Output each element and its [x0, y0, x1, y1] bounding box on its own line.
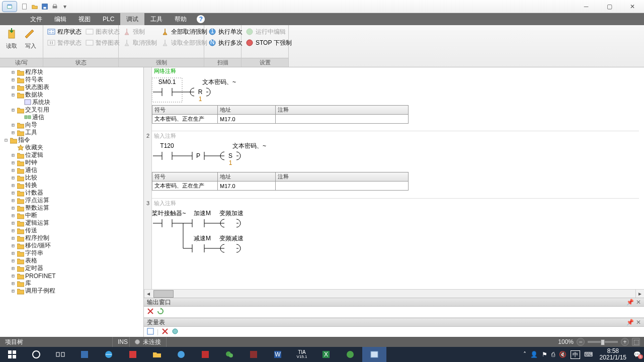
qat-open[interactable] [30, 2, 39, 11]
zoom-in-button[interactable]: + [621, 338, 629, 346]
tree-item[interactable]: ⊞字符串 [0, 249, 143, 257]
taskbar-excel[interactable]: X [314, 347, 338, 362]
maximize-button[interactable]: ▢ [598, 0, 621, 13]
tray-ime[interactable]: 中 [571, 350, 580, 359]
tree-item[interactable]: ⊞PROFINET [0, 272, 143, 280]
tree-item[interactable]: ⊞符号表 [0, 76, 143, 83]
tree-item[interactable]: ⊞工具 [0, 129, 143, 136]
zoom-out-button[interactable]: − [577, 338, 585, 346]
tree-item[interactable]: ⊞定时器 [0, 264, 143, 272]
pin-icon[interactable]: 📌 [626, 319, 634, 326]
tree-item[interactable]: ⊞状态图表 [0, 83, 143, 91]
taskbar-explorer[interactable] [145, 347, 169, 362]
ribbon-exec-single[interactable]: 1执行单次 [206, 26, 245, 37]
tray-icon-3[interactable]: ⎙ [551, 351, 555, 358]
tree-item[interactable]: ⊞交叉引用 [0, 106, 143, 114]
tree-item[interactable]: ⊞计数器 [0, 189, 143, 197]
tree-item[interactable]: ⊞中断 [0, 212, 143, 219]
var-panel-header[interactable]: 变量表 📌✕ [144, 318, 644, 327]
ribbon-write[interactable]: 写入 [21, 26, 40, 51]
var-tool-delete[interactable] [162, 328, 169, 336]
tray-icon-1[interactable]: 👤 [530, 351, 538, 358]
network-comment-3[interactable]: 输入注释 [152, 198, 639, 208]
tree-item[interactable]: ⊟指令 [0, 136, 143, 144]
tree-item[interactable]: ⊞位逻辑 [0, 151, 143, 159]
menu-view[interactable]: 视图 [72, 13, 97, 25]
tray-chevron-up-icon[interactable]: ˄ [523, 351, 526, 358]
zoom-control[interactable]: 100% − + ⬚ [554, 338, 644, 346]
taskbar-app-active[interactable] [362, 347, 386, 362]
tree-item[interactable]: ⊞向导 [0, 121, 143, 129]
tree-item[interactable]: 收藏夹 [0, 144, 143, 151]
tree-item[interactable]: ⊞调用子例程 [0, 287, 143, 295]
tree-item[interactable]: ⊞时钟 [0, 159, 143, 166]
ladder-editor[interactable]: 2 3 网络注释 SM0.1 文本密码、~ R 1 符号地址注释 [144, 67, 644, 289]
tray-volume-icon[interactable]: 🔇 [559, 351, 567, 358]
taskbar-app-12[interactable] [338, 347, 362, 362]
tree-item[interactable]: ⊞通信 [0, 166, 143, 174]
h-scrollbar[interactable]: ◂▸ [144, 289, 644, 298]
tree-item[interactable]: 通信 [0, 114, 143, 121]
close-button[interactable]: ✕ [621, 0, 644, 13]
var-tool-2[interactable] [172, 328, 179, 336]
qat-new[interactable] [20, 2, 29, 11]
menu-tools[interactable]: 工具 [144, 13, 169, 25]
tray-notifications-icon[interactable]: 💬5 [633, 351, 641, 358]
taskbar-app-1[interactable] [72, 347, 97, 362]
tree-item[interactable]: ⊞库 [0, 280, 143, 287]
tree-item[interactable]: ⊞整数运算 [0, 204, 143, 212]
tree-item[interactable]: ⊞数据块 [0, 91, 143, 99]
output-panel-header[interactable]: 输出窗口 📌✕ [144, 298, 644, 307]
menu-debug[interactable]: 调试 [120, 13, 144, 25]
help-icon[interactable]: ? [197, 15, 205, 23]
menu-file[interactable]: 文件 [24, 13, 48, 25]
taskbar-tia[interactable]: TIAV15.1 [290, 347, 314, 362]
ribbon-prog-status[interactable]: 程序状态 [45, 26, 84, 37]
taskbar-app-8[interactable] [242, 347, 266, 362]
network-comment-2[interactable]: 输入注释 [152, 131, 639, 141]
taskbar-word[interactable]: W [266, 347, 290, 362]
menu-plc[interactable]: PLC [97, 13, 120, 25]
close-panel-icon[interactable]: ✕ [636, 299, 641, 306]
refresh-output-icon[interactable] [157, 308, 164, 316]
tree-item[interactable]: 系统块 [0, 99, 143, 106]
tree-item[interactable]: ⊞程序控制 [0, 234, 143, 242]
tree-item[interactable]: ⊞表格 [0, 257, 143, 264]
ribbon-exec-multi[interactable]: N执行多次 [206, 37, 245, 48]
tray-keyboard-icon[interactable]: ⌨ [584, 351, 593, 358]
ribbon-read[interactable]: 读取 [2, 26, 21, 51]
tree-item[interactable]: ⊞比较 [0, 174, 143, 182]
tree-item[interactable]: ⊞浮点运算 [0, 197, 143, 204]
qat-save[interactable] [40, 2, 49, 11]
menu-help[interactable]: 帮助 [169, 13, 193, 25]
tree-item[interactable]: ⊞逻辑运算 [0, 219, 143, 227]
zoom-fit-button[interactable]: ⬚ [632, 338, 640, 346]
clear-output-icon[interactable] [147, 308, 154, 316]
tray-icon-2[interactable]: ⚑ [542, 351, 547, 358]
ribbon-stop-force[interactable]: STOP 下强制 [244, 37, 294, 48]
tree-item[interactable]: ⊞程序块 [0, 68, 143, 76]
taskview-button[interactable] [48, 347, 72, 362]
ladder-rung-2[interactable]: T120 P 文本密码、~ S 1 [152, 141, 414, 172]
app-orb[interactable] [0, 0, 19, 13]
ribbon-unforce-all[interactable]: 全部取消强制 [159, 26, 209, 37]
qat-print[interactable] [50, 2, 59, 11]
qat-dropdown[interactable]: ▾ [60, 2, 69, 11]
project-tree[interactable]: ⊞程序块⊞符号表⊞状态图表⊞数据块系统块⊞交叉引用通信⊞向导⊞工具⊟指令收藏夹⊞… [0, 67, 144, 337]
minimize-button[interactable]: ─ [575, 0, 598, 13]
taskbar-ie[interactable] [97, 347, 121, 362]
zoom-slider[interactable] [588, 341, 618, 343]
menu-edit[interactable]: 编辑 [48, 13, 72, 25]
ladder-rung-3[interactable]: 桨叶接触器~ 加速M 变频加速 减速M 变频减速 [152, 208, 414, 263]
start-button[interactable] [0, 347, 24, 362]
tree-item[interactable]: ⊞传送 [0, 227, 143, 234]
tray-clock[interactable]: 8:582021/1/15 [597, 348, 629, 361]
close-panel-icon[interactable]: ✕ [636, 319, 641, 326]
taskbar-pdf[interactable] [193, 347, 217, 362]
cortana-button[interactable] [24, 347, 48, 362]
pin-icon[interactable]: 📌 [626, 299, 634, 306]
ladder-rung-1[interactable]: SM0.1 文本密码、~ R 1 [152, 75, 414, 105]
var-tool-1[interactable] [147, 328, 154, 336]
tree-item[interactable]: ⊞转换 [0, 182, 143, 189]
tree-item[interactable]: ⊞移位/循环 [0, 242, 143, 249]
